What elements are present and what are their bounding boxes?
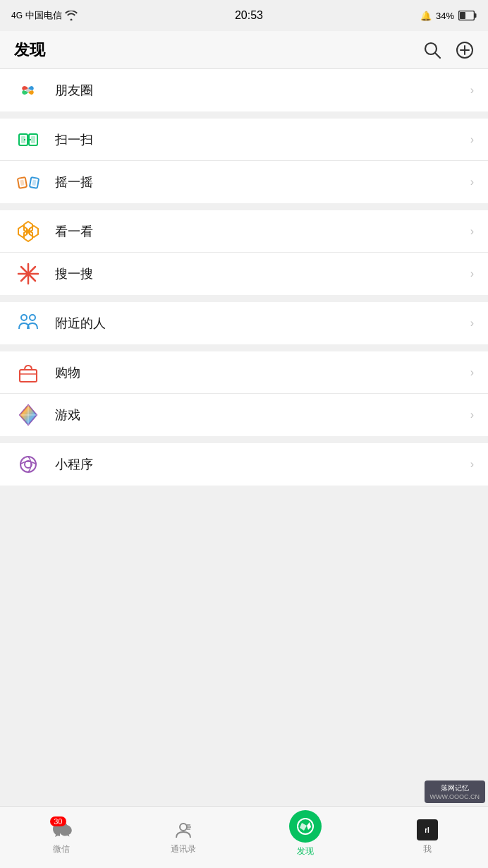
section-nearby: 附近的人 › [0, 302, 488, 344]
discover-nav-label: 发现 [297, 845, 314, 857]
shopping-icon [14, 358, 42, 387]
menu-item-pengyouquan[interactable]: 朋友圈 › [0, 69, 488, 111]
svg-point-27 [21, 315, 27, 320]
search-feature-icon [14, 260, 42, 288]
svg-rect-17 [32, 180, 36, 186]
status-right: 🔔 34% [420, 11, 477, 21]
games-label: 游戏 [55, 406, 470, 423]
svg-rect-12 [31, 136, 35, 143]
add-icon[interactable] [456, 41, 474, 59]
menu-item-yaoyiyao[interactable]: 摇一摇 › [0, 161, 488, 203]
wo-avatar: rI [417, 819, 438, 840]
look-arrow: › [470, 225, 474, 238]
section-miniapp: 小程序 › [0, 443, 488, 486]
header-actions [423, 41, 474, 59]
nav-item-wo[interactable]: rI 我 [399, 819, 456, 855]
menu-item-saoyisao[interactable]: 扫一扫 › [0, 119, 488, 161]
nearby-icon [14, 309, 42, 337]
scan-icon [14, 126, 42, 154]
watermark-line2: WWW.OOOC.CN [430, 793, 480, 800]
svg-line-4 [435, 53, 440, 58]
svg-rect-29 [20, 370, 37, 382]
menu-item-fujinde[interactable]: 附近的人 › [0, 302, 488, 344]
search-feature-arrow: › [470, 267, 474, 280]
battery-label: 34% [436, 11, 454, 21]
signal-icon: 4G [11, 11, 23, 20]
header: 发现 [0, 31, 488, 69]
moments-label: 朋友圈 [55, 82, 470, 99]
shake-label: 摇一摇 [55, 174, 470, 191]
battery-icon [458, 11, 477, 20]
faxian-circle [289, 810, 322, 843]
wo-icon-wrap: rI [417, 819, 438, 840]
shake-arrow: › [470, 176, 474, 188]
svg-point-35 [20, 457, 36, 472]
miniapp-label: 小程序 [55, 456, 470, 473]
shopping-arrow: › [470, 366, 474, 379]
contacts-nav-icon [173, 819, 194, 840]
section-moments: 朋友圈 › [0, 69, 488, 111]
moments-arrow: › [470, 84, 474, 97]
weixin-badge: 30 [50, 816, 66, 826]
section-shop-games: 购物 › [0, 351, 488, 436]
weixin-nav-label: 微信 [53, 843, 70, 855]
miniapp-arrow: › [470, 458, 474, 471]
menu-item-souyisou[interactable]: 搜一搜 › [0, 253, 488, 295]
menu-item-xiaochengxu[interactable]: 小程序 › [0, 443, 488, 486]
nearby-label: 附近的人 [55, 315, 470, 332]
svg-rect-15 [20, 180, 24, 186]
moments-icon [14, 76, 42, 104]
scan-label: 扫一扫 [55, 131, 470, 148]
nav-item-faxian[interactable]: 发现 [277, 817, 334, 857]
nav-item-tongxunlu[interactable]: 通讯录 [155, 819, 212, 855]
search-icon[interactable] [423, 41, 441, 59]
nearby-arrow: › [470, 317, 474, 330]
svg-point-37 [180, 824, 187, 831]
menu-item-gouwu[interactable]: 购物 › [0, 351, 488, 394]
menu-container: 朋友圈 › 扫一扫 › [0, 69, 488, 486]
status-left: 4G 中国电信 [11, 9, 78, 22]
scan-arrow: › [470, 133, 474, 146]
section-scan-shake: 扫一扫 › 摇一摇 › [0, 119, 488, 203]
wo-avatar-label: rI [425, 826, 429, 834]
svg-rect-2 [460, 12, 465, 19]
search-feature-label: 搜一搜 [55, 265, 470, 282]
watermark-line1: 落网记忆 [430, 783, 480, 793]
watermark: 落网记忆 WWW.OOOC.CN [425, 780, 486, 803]
miniapp-icon [14, 450, 42, 478]
alarm-icon: 🔔 [420, 11, 432, 21]
contacts-nav-label: 通讯录 [171, 843, 196, 855]
bottom-nav: 30 微信 通讯录 发现 rI [0, 806, 488, 868]
section-look-search: 看一看 › 搜一搜 › [0, 210, 488, 295]
status-time: 20:53 [235, 9, 263, 22]
svg-point-22 [26, 229, 30, 234]
look-icon [14, 217, 42, 246]
menu-item-kanyikan[interactable]: 看一看 › [0, 210, 488, 253]
games-arrow: › [470, 409, 474, 421]
svg-rect-1 [475, 13, 477, 18]
wifi-icon [65, 11, 78, 20]
status-bar: 4G 中国电信 20:53 🔔 34% [0, 0, 488, 31]
weixin-icon-wrap: 30 [51, 819, 72, 840]
discover-nav-icon [295, 816, 315, 836]
nav-item-weixin[interactable]: 30 微信 [33, 819, 90, 855]
svg-point-28 [30, 315, 35, 320]
page-title: 发现 [14, 40, 45, 61]
look-label: 看一看 [55, 223, 470, 240]
wo-nav-label: 我 [423, 843, 432, 855]
shopping-label: 购物 [55, 364, 470, 381]
shake-icon [14, 168, 42, 196]
carrier-label: 中国电信 [25, 9, 62, 22]
menu-item-youxi[interactable]: 游戏 › [0, 394, 488, 436]
games-icon [14, 401, 42, 429]
